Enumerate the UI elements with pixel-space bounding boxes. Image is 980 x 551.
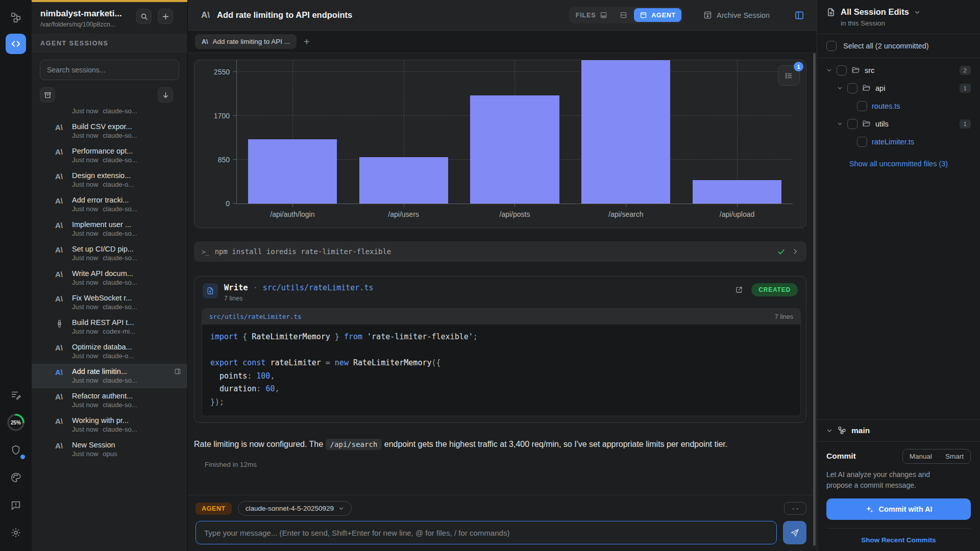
session-time: Just now bbox=[72, 425, 98, 433]
paper-plane-icon bbox=[790, 528, 800, 538]
session-title: Build CSV expor... bbox=[72, 122, 132, 131]
session-search-input[interactable] bbox=[40, 60, 179, 80]
tree-checkbox[interactable] bbox=[847, 83, 857, 93]
edits-scope-selector[interactable]: All Session Edits bbox=[826, 7, 971, 17]
anthropic-logo-icon: A\ bbox=[55, 147, 66, 164]
rail-bottom-icons: 25% bbox=[6, 385, 26, 543]
session-list-item[interactable]: A\Optimize databa...Just nowclaude-o... bbox=[32, 339, 187, 364]
message-input[interactable] bbox=[195, 521, 777, 544]
session-list-item[interactable]: A\Break plan into E...Just nowclaude-so.… bbox=[32, 108, 187, 119]
split-view-button[interactable] bbox=[614, 8, 633, 22]
written-file-path[interactable]: src/utils/rateLimiter.ts bbox=[263, 283, 374, 292]
archive-session-button[interactable]: Archive Session bbox=[703, 11, 770, 19]
session-list-item[interactable]: A\Add rate limitin...Just nowclaude-so..… bbox=[32, 364, 187, 388]
chevron-down-icon[interactable] bbox=[837, 85, 843, 91]
send-button[interactable] bbox=[783, 521, 806, 544]
tree-checkbox[interactable] bbox=[857, 137, 867, 147]
chart-bar[interactable] bbox=[693, 180, 781, 204]
tree-checkbox[interactable] bbox=[837, 65, 847, 76]
tree-checkbox[interactable] bbox=[847, 119, 857, 129]
commit-with-ai-button[interactable]: Commit with AI bbox=[826, 498, 971, 520]
sparkles-icon bbox=[865, 505, 874, 514]
tree-file-row[interactable]: routes.ts bbox=[826, 97, 971, 115]
compose-notes-icon[interactable] bbox=[6, 385, 26, 405]
agent-mode-badge[interactable]: AGENT bbox=[195, 503, 232, 515]
tab-active-session[interactable]: A\ Add rate limiting to API ... bbox=[195, 34, 297, 49]
new-tab-button[interactable]: + bbox=[304, 37, 310, 47]
session-list-item[interactable]: A\New SessionJust nowopus bbox=[32, 437, 187, 462]
tab-label: Add rate limiting to API ... bbox=[213, 38, 290, 45]
commit-mode-smart[interactable]: Smart bbox=[939, 449, 970, 463]
session-time: Just now bbox=[72, 377, 98, 384]
session-model: claude-so... bbox=[103, 156, 137, 164]
y-axis-tick-label: 0 bbox=[200, 199, 230, 208]
chart-bar[interactable] bbox=[248, 139, 337, 204]
chart-bar[interactable] bbox=[581, 60, 670, 204]
code-block: src/utils/rateLimiter.ts 7 lines import … bbox=[202, 308, 801, 416]
expand-chevron-icon[interactable] bbox=[792, 248, 799, 255]
show-recent-commits-link[interactable]: Show Recent Commits bbox=[826, 528, 971, 551]
search-button[interactable] bbox=[136, 9, 152, 24]
new-session-button[interactable] bbox=[158, 9, 173, 24]
session-list-item[interactable]: A\Build CSV expor...Just nowclaude-so... bbox=[32, 119, 187, 143]
finished-status: Finished in 12ms bbox=[205, 461, 806, 468]
files-view-button[interactable]: FILES bbox=[570, 8, 613, 22]
feedback-icon[interactable] bbox=[6, 495, 26, 515]
usage-progress-ring[interactable]: 25% bbox=[6, 412, 26, 433]
right-panel-toggle-icon[interactable] bbox=[794, 10, 804, 20]
chevron-down-icon[interactable] bbox=[837, 121, 843, 127]
commit-mode-manual[interactable]: Manual bbox=[903, 449, 939, 463]
theme-palette-icon[interactable] bbox=[6, 467, 26, 488]
left-icon-rail: 25% bbox=[0, 0, 32, 551]
session-list-item[interactable]: A\Add error tracki...Just nowclaude-so..… bbox=[32, 192, 187, 217]
model-selector[interactable]: claude-sonnet-4-5-20250929 bbox=[238, 501, 352, 516]
settings-gear-icon[interactable] bbox=[6, 522, 26, 543]
session-list-item[interactable]: Build REST API t...Just nowcodex-mi... bbox=[32, 315, 187, 339]
folder-open-icon bbox=[862, 119, 871, 128]
sort-direction-icon[interactable] bbox=[158, 87, 173, 103]
tree-folder-row[interactable]: api1 bbox=[826, 79, 971, 97]
agent-view-button[interactable]: AGENT bbox=[634, 8, 681, 22]
branch-worktree-icon bbox=[838, 426, 846, 435]
select-all-row[interactable]: Select all (2 uncommitted) bbox=[826, 34, 971, 58]
tree-file-row[interactable]: rateLimiter.ts bbox=[826, 133, 971, 151]
session-list-item[interactable]: A\Performance opt...Just nowclaude-so... bbox=[32, 143, 187, 168]
chevron-down-icon[interactable] bbox=[826, 67, 832, 73]
code-content[interactable]: import { RateLimiterMemory } from 'rate-… bbox=[202, 324, 800, 416]
vertical-scrollbar[interactable] bbox=[813, 53, 816, 546]
select-all-checkbox[interactable] bbox=[826, 41, 837, 51]
show-all-files-link[interactable]: Show all uncommitted files (3) bbox=[826, 160, 971, 168]
collapse-composer-button[interactable]: -- bbox=[784, 502, 806, 515]
branch-row[interactable]: main bbox=[817, 419, 980, 441]
terminal-command-row[interactable]: >_ npm install ioredis rate-limiter-flex… bbox=[194, 241, 806, 262]
session-list-item[interactable]: A\Set up CI/CD pip...Just nowclaude-so..… bbox=[32, 241, 187, 266]
shield-icon[interactable] bbox=[6, 440, 26, 460]
code-file-path[interactable]: src/utils/rateLimiter.ts bbox=[209, 313, 302, 320]
session-list-toolbar bbox=[32, 85, 187, 108]
session-title: Working with pr... bbox=[72, 416, 129, 424]
chart-bar[interactable] bbox=[470, 95, 559, 204]
session-list-item[interactable]: A\Working with pr...Just nowclaude-so... bbox=[32, 413, 187, 437]
tree-folder-row[interactable]: utils1 bbox=[826, 115, 971, 133]
tree-folder-row[interactable]: src2 bbox=[826, 61, 971, 79]
session-list-item[interactable]: A\Refactor authent...Just nowclaude-so..… bbox=[32, 388, 187, 413]
tree-count-badge: 2 bbox=[960, 66, 971, 75]
session-title: Implement user ... bbox=[72, 220, 131, 229]
session-model: claude-so... bbox=[103, 401, 137, 409]
composer: AGENT claude-sonnet-4-5-20250929 -- bbox=[188, 495, 817, 551]
tree-count-badge: 1 bbox=[960, 119, 971, 129]
workspaces-icon[interactable] bbox=[6, 7, 26, 28]
code-sessions-icon[interactable] bbox=[6, 34, 26, 54]
chart-bar[interactable] bbox=[359, 157, 448, 204]
tree-checkbox[interactable] bbox=[857, 101, 867, 111]
session-time: Just now bbox=[72, 401, 98, 409]
open-in-panel-icon[interactable] bbox=[174, 368, 181, 375]
open-external-icon[interactable] bbox=[735, 286, 743, 294]
session-list-item[interactable]: A\Implement user ...Just nowclaude-so... bbox=[32, 217, 187, 241]
archive-filter-icon[interactable] bbox=[40, 87, 55, 103]
anthropic-logo-icon: A\ bbox=[55, 123, 66, 140]
session-list-item[interactable]: A\Fix WebSocket r...Just nowclaude-so... bbox=[32, 290, 187, 315]
session-list-item[interactable]: A\Write API docum...Just nowclaude-so... bbox=[32, 266, 187, 290]
session-time: Just now bbox=[72, 254, 98, 262]
session-list-item[interactable]: A\Design extensio...Just nowclaude-o... bbox=[32, 168, 187, 192]
